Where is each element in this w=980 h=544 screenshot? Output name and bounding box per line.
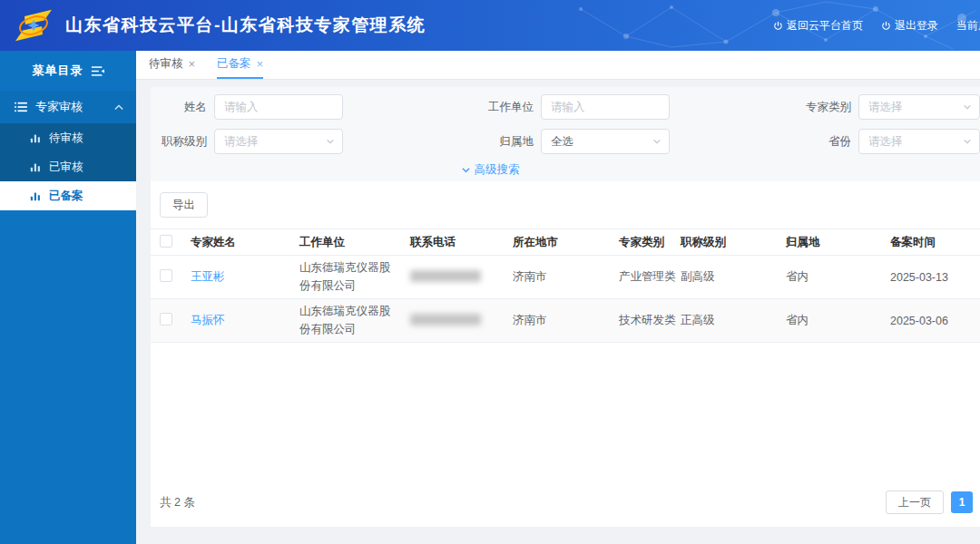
tab-label: 待审核: [149, 56, 183, 72]
main-content: 待审核 × 已备案 × 姓名 工作单位 专家类别 请选择: [136, 51, 980, 544]
close-icon[interactable]: ×: [257, 58, 264, 70]
chevron-down-icon: [963, 102, 972, 112]
category-cell: 产业管理类: [619, 269, 681, 285]
sidebar-item-label: 已审核: [49, 160, 83, 175]
title-level-field-label: 职称级别: [158, 134, 207, 150]
expert-category-select[interactable]: 请选择: [858, 94, 980, 120]
bar-chart-icon: [30, 190, 41, 201]
select-all-checkbox[interactable]: [160, 235, 172, 248]
column-header: 工作单位: [299, 235, 410, 250]
app-header: 山东省科技云平台-山东省科技专家管理系统 返回云平台首页 退出登录 当前用户：山…: [0, 0, 980, 51]
tab-bar: 待审核 × 已备案 ×: [136, 51, 980, 80]
platform-logo-icon: [13, 7, 54, 44]
region-cell: 省内: [786, 269, 890, 285]
bar-chart-icon: [30, 132, 41, 143]
field-name: 姓名: [158, 94, 343, 120]
column-header: 职称级别: [681, 235, 786, 250]
prev-page-button[interactable]: 上一页: [886, 491, 944, 514]
city-cell: 济南市: [513, 269, 619, 285]
table-row: 王亚彬 山东德瑞克仪器股份有限公司 济南市 产业管理类 副高级 省内 2025-…: [151, 256, 980, 299]
category-cell: 技术研发类: [619, 313, 681, 328]
row-checkbox[interactable]: [160, 269, 172, 282]
hamburger-collapse-icon: [91, 65, 104, 77]
expert-name-link[interactable]: 马振怀: [191, 313, 299, 328]
list-icon: [15, 102, 27, 112]
table-row: 马振怀 山东德瑞克仪器股份有限公司 济南市 技术研发类 正高级 省内 2025-…: [151, 299, 980, 343]
pagination: 上一页 1: [886, 491, 973, 514]
chevron-down-icon: [652, 137, 662, 146]
bar-chart-icon: [30, 161, 41, 172]
province-field-label: 省份: [802, 134, 851, 150]
search-form: 姓名 工作单位 专家类别 请选择 职称级别 请选择: [151, 87, 980, 181]
close-icon[interactable]: ×: [189, 58, 196, 70]
sidebar-group-label: 专家审核: [35, 99, 83, 115]
work-unit-cell: 山东德瑞克仪器股份有限公司: [299, 303, 410, 338]
return-home-link[interactable]: 返回云平台首页: [773, 18, 863, 34]
field-expert-category: 专家类别 请选择: [802, 94, 980, 120]
column-header: 专家类别: [619, 235, 681, 250]
province-placeholder: 请选择: [868, 134, 903, 150]
redacted-phone: [410, 270, 481, 282]
sidebar-item-pending-review[interactable]: 待审核: [0, 123, 136, 152]
sidebar: 菜单目录 专家审核 待审核 已审核 已备案: [0, 51, 136, 544]
filing-date-cell: 2025-03-06: [890, 315, 980, 327]
region-cell: 省内: [786, 313, 890, 328]
city-cell: 济南市: [513, 313, 619, 328]
title-level-placeholder: 请选择: [224, 134, 259, 150]
power-icon: [881, 21, 891, 31]
filing-date-cell: 2025-03-13: [890, 271, 980, 284]
table-footer: 共 2 条 上一页 1: [160, 491, 973, 514]
field-region: 归属地 全选: [485, 129, 670, 154]
power-icon: [773, 21, 783, 31]
work-unit-cell: 山东德瑞克仪器股份有限公司: [299, 259, 410, 295]
title-level-select[interactable]: 请选择: [214, 129, 343, 154]
tab-label: 已备案: [217, 56, 251, 72]
region-select[interactable]: 全选: [541, 129, 670, 154]
header-links: 返回云平台首页 退出登录 当前用户：山东: [773, 0, 980, 51]
logout-link[interactable]: 退出登录: [881, 18, 938, 34]
field-province: 省份 请选择: [802, 129, 980, 154]
advanced-search-label: 高级搜索: [475, 162, 520, 178]
return-home-label: 返回云平台首页: [787, 18, 863, 34]
page-number-button[interactable]: 1: [951, 491, 973, 513]
chevron-down-icon: [963, 137, 972, 146]
chevron-up-icon: [114, 104, 123, 111]
experts-table: 专家姓名 工作单位 联系电话 所在地市 专家类别 职称级别 归属地 备案时间 王…: [151, 228, 980, 343]
column-header: 专家姓名: [191, 235, 299, 250]
sidebar-item-filed[interactable]: 已备案: [0, 181, 136, 210]
row-checkbox[interactable]: [160, 313, 172, 325]
export-button[interactable]: 导出: [160, 192, 208, 218]
province-select[interactable]: 请选择: [858, 129, 980, 154]
sidebar-item-reviewed[interactable]: 已审核: [0, 152, 136, 181]
expert-name-link[interactable]: 王亚彬: [191, 269, 299, 285]
name-field-label: 姓名: [158, 100, 207, 115]
field-work-unit: 工作单位: [485, 94, 670, 120]
logout-label: 退出登录: [895, 18, 938, 34]
chevron-down-icon: [461, 165, 471, 175]
page-title: 山东省科技云平台-山东省科技专家管理系统: [65, 14, 426, 37]
current-user-label: 当前用户：山东: [956, 18, 980, 34]
sidebar-group-expert-review[interactable]: 专家审核: [0, 91, 136, 123]
redacted-phone: [410, 314, 481, 325]
menu-directory-toggle[interactable]: 菜单目录: [0, 51, 136, 91]
title-level-cell: 正高级: [681, 313, 786, 328]
column-header: 归属地: [786, 235, 890, 250]
work-unit-input[interactable]: [541, 94, 670, 120]
sidebar-submenu: 待审核 已审核 已备案: [0, 123, 136, 210]
column-header: 联系电话: [410, 235, 513, 250]
work-unit-field-label: 工作单位: [485, 100, 534, 115]
content-panel: 姓名 工作单位 专家类别 请选择 职称级别 请选择: [151, 87, 980, 527]
column-header: 所在地市: [513, 235, 619, 250]
tab-pending-review[interactable]: 待审核 ×: [149, 51, 195, 79]
sidebar-item-label: 待审核: [49, 131, 83, 146]
column-header: 备案时间: [890, 235, 980, 250]
expert-category-placeholder: 请选择: [868, 100, 903, 115]
title-level-cell: 副高级: [681, 269, 786, 285]
name-input[interactable]: [214, 94, 343, 120]
advanced-search-link[interactable]: 高级搜索: [151, 162, 829, 178]
region-field-label: 归属地: [485, 134, 534, 150]
field-title-level: 职称级别 请选择: [158, 129, 343, 154]
tab-filed[interactable]: 已备案 ×: [217, 51, 263, 79]
chevron-down-icon: [326, 137, 335, 146]
total-count-label: 共 2 条: [160, 495, 195, 510]
